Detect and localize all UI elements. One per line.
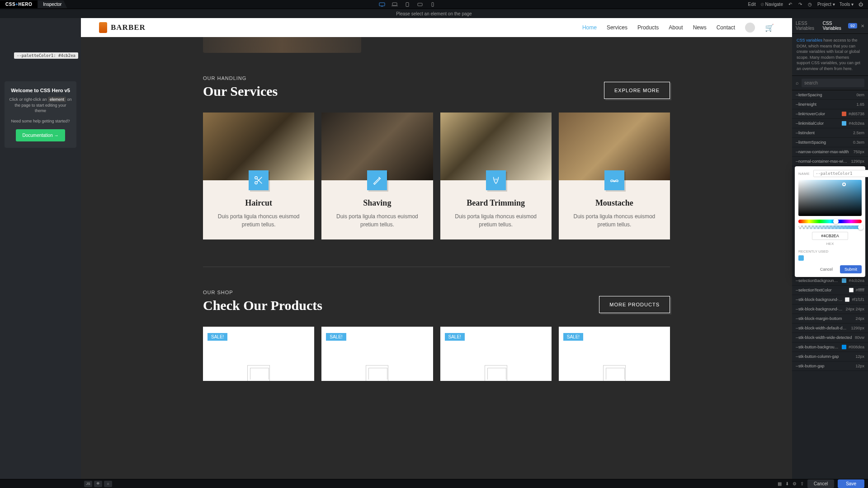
download-icon[interactable]: ⬇ xyxy=(785,481,789,486)
tab-css-variables[interactable]: CSS Variables xyxy=(823,21,844,31)
sale-badge: SALE! xyxy=(326,333,346,341)
svg-point-7 xyxy=(255,177,258,179)
mode-navigate[interactable]: ⊘ Navigate xyxy=(760,2,783,7)
menu-project[interactable]: Project ▾ xyxy=(817,2,835,7)
product-card[interactable]: SALE! xyxy=(559,327,670,381)
welcome-card: Welcome to CSS Hero v5 Click or right-cl… xyxy=(5,81,76,148)
layout-icon[interactable]: ▦ xyxy=(778,481,782,486)
alpha-handle[interactable] xyxy=(858,225,863,230)
top-toolbar: CSS+HERO Inspector Edit ⊘ Navigate ↶ ↷ ◷… xyxy=(0,0,868,9)
cancel-button[interactable]: Cancel xyxy=(807,479,834,488)
placeholder-icon xyxy=(485,365,507,381)
recent-swatch[interactable] xyxy=(798,255,804,261)
site-logo[interactable]: BARBER xyxy=(99,22,146,33)
cart-icon[interactable]: 🛒 xyxy=(765,23,774,32)
variable-row[interactable]: --listIndent2.5em xyxy=(792,128,868,138)
variable-row[interactable]: --selectionBackgroundColor#4cb2ea xyxy=(792,276,868,286)
variable-row[interactable]: --stk-block-margin-bottom24px xyxy=(792,314,868,324)
search-input[interactable] xyxy=(802,79,864,87)
color-swatch xyxy=(849,288,854,292)
hue-slider[interactable] xyxy=(798,220,862,223)
close-panel-icon[interactable]: ✕ xyxy=(861,23,864,28)
nav-home[interactable]: Home xyxy=(582,24,597,31)
color-swatch xyxy=(842,345,846,349)
service-card[interactable]: MoustacheDuis porta ligula rhoncus euism… xyxy=(559,113,670,239)
eye-icon[interactable]: 👁 xyxy=(94,481,102,487)
device-desktop-icon[interactable] xyxy=(378,2,386,7)
product-card[interactable]: SALE! xyxy=(321,327,433,381)
js-button[interactable]: JS xyxy=(84,481,92,487)
device-tablet-landscape-icon[interactable] xyxy=(416,2,424,7)
device-phone-icon[interactable] xyxy=(429,2,436,7)
product-card[interactable]: SALE! xyxy=(203,327,314,381)
variable-row[interactable]: --stk-button-gap12px xyxy=(792,361,868,371)
service-card[interactable]: HaircutDuis porta ligula rhoncus euismod… xyxy=(203,113,314,239)
undo-icon[interactable]: ↶ xyxy=(788,2,793,7)
app-logo[interactable]: CSS+HERO xyxy=(0,0,38,8)
picker-cancel-button[interactable]: Cancel xyxy=(816,265,837,273)
bottom-toolbar: JS 👁 ⌂ ▦ ⬇ ⚙ ⇪ Cancel Save xyxy=(0,479,868,488)
services-label: OUR HANDLING xyxy=(203,75,278,81)
explore-more-button[interactable]: EXPLORE MORE xyxy=(604,82,670,99)
welcome-text: Click or right-click an element on the p… xyxy=(9,97,72,114)
service-card[interactable]: Beard TrimmingDuis porta ligula rhoncus … xyxy=(440,113,552,239)
documentation-button[interactable]: Documentation → xyxy=(16,129,65,141)
razor-icon xyxy=(367,170,387,190)
variable-row[interactable]: --stk-button-background-colo#008dea xyxy=(792,343,868,352)
variable-row[interactable]: --stk-block-width-wide-detected80vw xyxy=(792,333,868,343)
variable-row[interactable]: --linkHoverColor#d65738 xyxy=(792,109,868,119)
device-tablet-icon[interactable] xyxy=(404,2,411,7)
variable-row[interactable]: --stk-block-background-color#f1f1f1 xyxy=(792,295,868,305)
variable-row[interactable]: --stk-block-background-paddin24px 24px xyxy=(792,305,868,314)
product-card[interactable]: SALE! xyxy=(440,327,552,381)
device-laptop-icon[interactable] xyxy=(391,2,398,7)
gear-icon[interactable]: ⚙ xyxy=(793,481,797,486)
variable-row[interactable]: --letterSpacing0em xyxy=(792,90,868,100)
tab-inspector[interactable]: Inspector xyxy=(38,0,67,8)
redo-icon[interactable]: ↷ xyxy=(797,2,803,7)
tab-less-variables[interactable]: LESS Variables xyxy=(796,21,819,31)
avatar-icon[interactable] xyxy=(745,23,755,33)
variable-row[interactable]: --stk-block-width-default-detect1290px xyxy=(792,324,868,333)
hue-handle[interactable] xyxy=(833,219,839,224)
saturation-field[interactable] xyxy=(798,180,862,216)
home-icon[interactable]: ⌂ xyxy=(104,481,112,487)
more-products-button[interactable]: MORE PRODUCTS xyxy=(599,296,670,313)
variable-row[interactable]: --selectionTextColor#ffffff xyxy=(792,286,868,295)
mode-edit[interactable]: Edit xyxy=(748,2,755,7)
picker-submit-button[interactable]: Submit xyxy=(840,265,862,273)
nav-about[interactable]: About xyxy=(669,24,683,31)
color-swatch xyxy=(842,121,846,126)
variable-row[interactable]: --stk-button-column-gap12px xyxy=(792,352,868,361)
saturation-cursor[interactable] xyxy=(842,183,846,186)
alpha-slider[interactable] xyxy=(798,225,862,229)
nav-news[interactable]: News xyxy=(693,24,707,31)
color-swatch xyxy=(842,278,846,283)
save-button[interactable]: Save xyxy=(838,479,864,488)
variable-row[interactable]: --listItemSpacing0.3em xyxy=(792,138,868,147)
power-icon[interactable]: ⏻ xyxy=(858,2,863,7)
nav-services[interactable]: Services xyxy=(607,24,627,31)
variables-list[interactable]: --letterSpacing0em --lineHeight1.65 --li… xyxy=(792,90,868,479)
css-variables-link[interactable]: CSS variables xyxy=(797,38,822,42)
panel-description: CSS variables have access to the DOM, wh… xyxy=(792,34,868,76)
nav-contact[interactable]: Contact xyxy=(717,24,735,31)
variable-row[interactable]: --narrow-container-max-width750px xyxy=(792,147,868,157)
variable-row[interactable]: --normal-container-max-width1290px xyxy=(792,157,868,166)
service-card[interactable]: ShavingDuis porta ligula rhoncus euismod… xyxy=(321,113,433,239)
share-icon[interactable]: ⇪ xyxy=(800,481,804,486)
variable-row[interactable]: --linkInitialColor#4cb2ea xyxy=(792,119,868,128)
nav-products[interactable]: Products xyxy=(637,24,659,31)
history-icon[interactable]: ◷ xyxy=(807,2,813,7)
placeholder-icon xyxy=(247,365,270,381)
menu-tools[interactable]: Tools ▾ xyxy=(840,2,854,7)
svg-rect-4 xyxy=(406,2,409,6)
preview-canvas[interactable]: BARBER Home Services Products About News… xyxy=(81,18,792,479)
site-header: BARBER Home Services Products About News… xyxy=(81,18,792,37)
hex-input[interactable] xyxy=(812,232,848,240)
picker-name-input[interactable] xyxy=(813,170,868,177)
recent-label: RECENTLY USED xyxy=(798,249,862,253)
service-title: Haircut xyxy=(210,198,307,208)
service-image xyxy=(203,113,314,180)
variable-row[interactable]: --lineHeight1.65 xyxy=(792,100,868,109)
